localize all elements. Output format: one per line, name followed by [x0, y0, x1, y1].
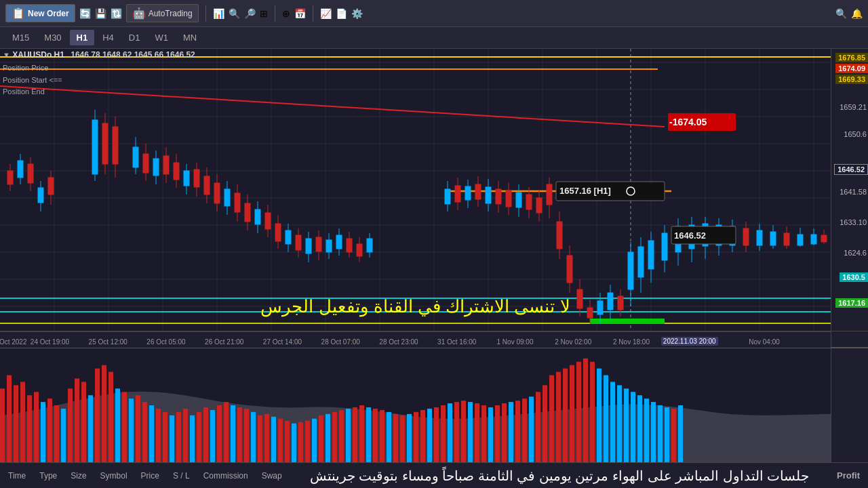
svg-rect-188 — [102, 365, 106, 462]
tf-h1[interactable]: H1 — [70, 30, 95, 45]
chart-type-icon[interactable]: 📊 — [213, 8, 224, 19]
svg-rect-107 — [486, 187, 491, 203]
svg-rect-189 — [108, 372, 113, 462]
svg-rect-43 — [48, 178, 54, 195]
crosshair-icon[interactable]: ⊕ — [282, 8, 290, 19]
svg-rect-250 — [522, 399, 527, 462]
svg-rect-255 — [556, 372, 561, 462]
svg-rect-195 — [149, 405, 154, 462]
date-27oct: 27 Oct 14:00 — [263, 338, 302, 346]
svg-rect-159 — [784, 233, 789, 245]
profit-label: Profit — [837, 470, 860, 481]
svg-rect-103 — [465, 186, 471, 200]
svg-rect-227 — [366, 407, 371, 462]
settings-icon[interactable]: ⚙️ — [351, 8, 363, 19]
svg-rect-65 — [204, 176, 210, 195]
svg-rect-272 — [671, 409, 676, 462]
indicator-icon[interactable]: 📈 — [320, 8, 332, 19]
zoom-out-icon[interactable]: 🔎 — [244, 8, 256, 19]
search-icon[interactable]: 🔍 — [835, 8, 847, 19]
separator-2 — [275, 5, 275, 22]
date-axis: 24 Oct 2022 24 Oct 19:00 25 Oct 12:00 26… — [0, 331, 868, 347]
svg-rect-105 — [475, 184, 481, 199]
svg-rect-47 — [102, 123, 108, 164]
tf-m15[interactable]: M15 — [5, 30, 36, 45]
price-1659: 1659.21 — [840, 103, 867, 111]
time-column: Time — [8, 471, 26, 481]
svg-rect-59 — [174, 163, 179, 180]
price-axis: 1676.85 1674.09 1669.33 1659.21 1650.6 1… — [831, 49, 868, 331]
svg-rect-141 — [662, 233, 667, 260]
tf-mn[interactable]: MN — [176, 30, 203, 45]
date-31oct: 31 Oct 16:00 — [437, 338, 476, 346]
svg-rect-176 — [20, 382, 25, 462]
arabic-bottom-content: جلسات التداول المباشر على الهواء مرتين ي… — [310, 468, 810, 483]
date-25oct: 25 Oct 12:00 — [89, 338, 127, 346]
svg-rect-196 — [156, 409, 161, 462]
new-order-button[interactable]: 📋 New Order — [5, 4, 75, 22]
svg-rect-175 — [14, 385, 18, 462]
date-24oct-19: 24 Oct 19:00 — [31, 338, 69, 346]
svg-rect-228 — [373, 409, 378, 462]
svg-rect-246 — [495, 405, 500, 462]
svg-rect-97 — [367, 239, 372, 252]
svg-rect-217 — [298, 422, 303, 462]
position-labels: Position Price Position Start <== Positi… — [3, 62, 195, 98]
svg-rect-35 — [7, 171, 13, 184]
svg-text:1657.16 [H1]: 1657.16 [H1] — [559, 186, 611, 196]
svg-rect-133 — [618, 296, 623, 310]
robot-icon: 🤖 — [132, 7, 146, 20]
svg-rect-165 — [821, 235, 827, 242]
svg-rect-248 — [509, 402, 513, 462]
toolbar: 📋 New Order 🔄 💾 🔃 🤖 AutoTrading 📊 🔍 🔎 ⊞ … — [0, 0, 868, 27]
svg-rect-232 — [400, 415, 405, 462]
svg-rect-268 — [644, 399, 649, 462]
svg-rect-235 — [420, 410, 425, 462]
auto-trading-button[interactable]: 🤖 AutoTrading — [126, 4, 199, 22]
svg-rect-258 — [576, 362, 581, 462]
svg-rect-233 — [407, 414, 412, 462]
date-1nov: 1 Nov 09:00 — [497, 338, 534, 346]
profit-text: Profit — [837, 470, 860, 481]
new-order-label: New Order — [28, 9, 69, 18]
svg-rect-224 — [346, 409, 351, 462]
price-1674-axis: 1674.09 — [835, 64, 868, 73]
tf-d1[interactable]: D1 — [122, 30, 147, 45]
svg-rect-197 — [163, 412, 167, 462]
date-axis-main: 24 Oct 2022 24 Oct 19:00 25 Oct 12:00 26… — [0, 331, 831, 348]
svg-rect-174 — [7, 375, 12, 462]
svg-rect-265 — [624, 388, 629, 462]
svg-rect-51 — [133, 147, 138, 167]
svg-rect-153 — [743, 228, 749, 245]
svg-rect-157 — [770, 232, 776, 245]
date-24oct: 24 Oct 2022 — [0, 338, 26, 346]
svg-rect-206 — [224, 402, 229, 462]
svg-rect-119 — [547, 184, 552, 205]
grid-icon[interactable]: ⊞ — [260, 8, 268, 19]
bottom-bar: Time Type Size Symbol Price S / L Commis… — [0, 462, 868, 488]
svg-rect-254 — [549, 375, 554, 462]
svg-rect-211 — [258, 415, 262, 462]
toolbar-icon-1: 🔄 — [79, 8, 91, 19]
svg-rect-234 — [414, 412, 418, 462]
tf-w1[interactable]: W1 — [148, 30, 175, 45]
price-1676: 1676.85 — [835, 53, 868, 62]
tf-h4[interactable]: H4 — [96, 30, 121, 45]
svg-rect-259 — [583, 359, 588, 462]
main-chart[interactable]: ▼ XAUUSDo.H1 1646.78 1648.62 1645.66 164… — [0, 49, 831, 331]
svg-rect-242 — [468, 402, 473, 462]
period-icon[interactable]: 📅 — [294, 8, 306, 19]
chart-row: ▼ XAUUSDo.H1 1646.78 1648.62 1645.66 164… — [0, 49, 868, 331]
notification-icon[interactable]: 🔔 — [851, 8, 863, 19]
zoom-in-icon[interactable]: 🔍 — [229, 8, 240, 19]
svg-rect-177 — [27, 395, 32, 462]
tf-m30[interactable]: M30 — [37, 30, 68, 45]
svg-rect-216 — [292, 424, 296, 462]
toolbar-icon-2: 💾 — [95, 8, 106, 19]
chart-area: ▼ XAUUSDo.H1 1646.78 1648.62 1645.66 164… — [0, 49, 868, 462]
svg-rect-219 — [312, 419, 317, 462]
svg-rect-271 — [665, 407, 669, 462]
template-icon[interactable]: 📄 — [336, 8, 347, 19]
svg-rect-226 — [359, 405, 364, 462]
svg-rect-203 — [203, 407, 208, 462]
